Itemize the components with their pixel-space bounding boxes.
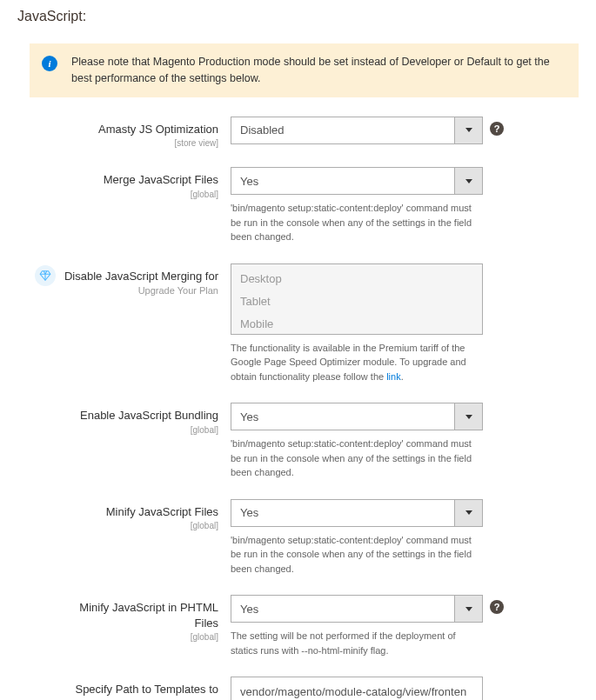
chevron-down-icon [454, 596, 482, 622]
field-note: 'bin/magento setup:static-content:deploy… [231, 437, 483, 480]
field-note: The functionality is available in the Pr… [231, 341, 483, 384]
disable-merge-textarea: Desktop Tablet Mobile [231, 263, 483, 335]
minify-js-select[interactable]: Yes [231, 499, 483, 527]
tooltip-icon[interactable]: ? [490, 600, 504, 614]
field-scope: [global] [61, 632, 218, 642]
field-scope: [global] [61, 521, 218, 530]
field-label: Disable JavaScript Merging for [61, 269, 218, 284]
field-scope: [global] [61, 190, 218, 199]
notice-box: i Please note that Magento Production mo… [30, 43, 579, 97]
field-label: Merge JavaScript Files [61, 172, 218, 188]
upgrade-link[interactable]: link [386, 371, 401, 382]
field-disable-merge: Disable JavaScript Merging for Upgrade Y… [17, 263, 579, 384]
amasty-js-select[interactable]: Disabled [231, 117, 483, 144]
minify-phtml-select[interactable]: Yes [231, 595, 483, 623]
field-note: The setting will be not performed if the… [231, 629, 483, 657]
chevron-down-icon [454, 117, 482, 143]
field-label: Specify Path to Templates to be Ignored [61, 682, 218, 700]
field-label: Minify JavaScript Files [61, 504, 218, 520]
notice-text: Please note that Magento Production mode… [71, 54, 566, 87]
field-minify-js: Minify JavaScript Files [global] Yes 'bi… [17, 499, 579, 577]
chevron-down-icon [454, 403, 482, 430]
info-icon: i [42, 56, 57, 71]
field-note: 'bin/magento setup:static-content:deploy… [231, 533, 483, 577]
field-note: 'bin/magento setup:static-content:deploy… [231, 201, 483, 244]
field-label: Amasty JS Optimization [61, 122, 218, 137]
field-label: Enable JavaScript Bundling [61, 408, 218, 423]
chevron-down-icon [454, 168, 482, 194]
upgrade-label: Upgrade Your Plan [61, 285, 218, 296]
section-title: JavaScript: [17, 9, 579, 24]
templates-path-textarea[interactable] [231, 677, 483, 700]
field-minify-phtml: Minify JavaScript in PHTML Files [global… [17, 595, 579, 657]
merge-js-select[interactable]: Yes [231, 167, 483, 195]
field-scope: [global] [61, 425, 218, 435]
field-merge-js: Merge JavaScript Files [global] Yes 'bin… [17, 167, 579, 244]
field-enable-bundling: Enable JavaScript Bundling [global] Yes … [17, 403, 579, 480]
field-amasty-js: Amasty JS Optimization [store view] Disa… [17, 117, 579, 149]
enable-bundling-select[interactable]: Yes [231, 403, 483, 430]
field-label: Minify JavaScript in PHTML Files [61, 600, 218, 630]
field-scope: [store view] [61, 138, 218, 148]
tooltip-icon[interactable]: ? [490, 122, 504, 136]
field-templates-path: Specify Path to Templates to be Ignored … [17, 677, 579, 700]
diamond-icon [35, 265, 56, 286]
chevron-down-icon [454, 500, 482, 526]
